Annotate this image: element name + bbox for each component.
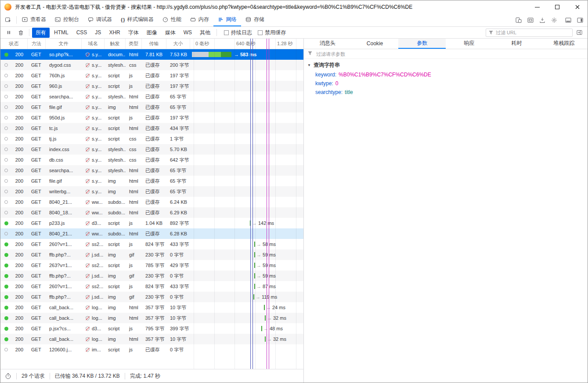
request-row[interactable]: 200GETp233.jsd3...scriptjs1.04 KB892 字节→… xyxy=(0,218,303,228)
column-header-status[interactable]: 状态 xyxy=(0,39,28,49)
dock-bottom-icon[interactable] xyxy=(562,14,574,26)
filter-other-button[interactable]: 其他 xyxy=(196,28,214,38)
clear-requests-button[interactable] xyxy=(15,28,26,37)
request-row[interactable]: 200GETp.jsx?cs...d3...scriptjs795 字节399 … xyxy=(0,323,303,334)
filter-css-button[interactable]: CSS xyxy=(73,28,91,38)
request-row[interactable]: 200GETindex.csss.y...stylesh...css已缓存5.7… xyxy=(0,144,303,155)
request-row[interactable]: 200GET260?v=1...ss2...scriptjs824 字节433 … xyxy=(0,239,303,249)
stopwatch-icon[interactable] xyxy=(5,373,11,379)
minimize-button[interactable] xyxy=(527,0,547,14)
filter-fonts-button[interactable]: 字体 xyxy=(125,28,142,38)
cell-file: call_back... xyxy=(46,302,82,313)
tool-tab-label: 存储 xyxy=(254,16,264,23)
tool-tab-performance[interactable]: 性能 xyxy=(158,14,186,26)
cell-type: js xyxy=(126,81,142,91)
pick-element-button[interactable] xyxy=(0,14,15,26)
request-row[interactable]: 200GET950d.jss.y...scriptjs已缓存197 字节 xyxy=(0,112,303,123)
request-row[interactable]: 200GETsearchpa...s.y...stylesh...html已缓存… xyxy=(0,91,303,102)
details-tab-params[interactable]: 参数 xyxy=(398,39,446,49)
filter-js-button[interactable]: JS xyxy=(91,28,105,38)
column-header-cause[interactable]: 触发 xyxy=(105,39,126,49)
details-tab-stack-trace[interactable]: 堆栈跟踪 xyxy=(540,39,588,49)
cell-domain: s.y... xyxy=(82,70,105,81)
request-row[interactable]: 200GETffb.php?...j.sd...imggif230 字节0 字节… xyxy=(0,292,303,302)
column-header-size[interactable]: 大小 xyxy=(166,39,190,49)
request-row[interactable]: 200GET120600.j...im...scriptjs已缓存0 字节 xyxy=(0,344,303,355)
request-row[interactable]: 200GET8040_21...ww...subdo...html已缓存6.24… xyxy=(0,197,303,207)
maximize-button[interactable] xyxy=(547,0,567,14)
details-tab-response[interactable]: 响应 xyxy=(446,39,493,49)
filter-ws-button[interactable]: WS xyxy=(180,28,195,38)
request-row[interactable]: 200GET960.jss.y...scriptjs已缓存197 字节 xyxy=(0,81,303,91)
param-row[interactable]: searchtype:title xyxy=(304,88,588,97)
query-string-section[interactable]: ▼ 查询字符串 xyxy=(304,59,588,70)
settings-gear-icon[interactable] xyxy=(548,14,560,26)
request-row[interactable]: 200GETcall_back...log...imghtml357 字节10 … xyxy=(0,334,303,344)
column-header-domain[interactable]: 域名 xyxy=(82,39,105,49)
details-tab-headers[interactable]: 消息头 xyxy=(304,39,351,49)
cell-method: GET xyxy=(28,344,46,355)
toggle-details-pane-icon[interactable] xyxy=(574,28,585,37)
firefox-icon xyxy=(4,4,11,11)
persist-logs-checkbox[interactable]: 持续日志 xyxy=(224,29,252,36)
request-row[interactable]: 200GETdb.csss.y...stylesh...css已缓存642 字节 xyxy=(0,155,303,165)
tool-tab-console[interactable]: 控制台 xyxy=(51,14,83,26)
request-row[interactable]: 200GETtc.jss.y...scripthtml已缓存434 字节 xyxy=(0,123,303,134)
tool-tab-inspector[interactable]: 查看器 xyxy=(18,14,51,26)
filter-xhr-button[interactable]: XHR xyxy=(105,28,123,38)
status-code: 200 xyxy=(15,326,23,331)
request-row[interactable]: 200GET8040_18...ww...subdo...html已缓存6.29… xyxy=(0,207,303,218)
request-row[interactable]: 200GETfile.gifs.y...imghtml已缓存65 字节 xyxy=(0,176,303,186)
request-row[interactable]: 200GETffb.php?...j.sd...imggif230 字节0 字节… xyxy=(0,249,303,260)
column-header-method[interactable]: 方法 xyxy=(28,39,46,49)
request-row[interactable]: 200GET8040_21...ww...subdo...html已缓存6.28… xyxy=(0,228,303,239)
cell-waterfall xyxy=(190,112,303,123)
request-row[interactable]: 200GETcall_back...log...imghtml357 字节10 … xyxy=(0,313,303,323)
filter-all-button[interactable]: 所有 xyxy=(32,28,50,38)
request-row[interactable]: 200GET260?v=1...ss2...scriptjs824 字节433 … xyxy=(0,281,303,292)
request-row[interactable]: 200GET760h.jss.y...scriptjs已缓存197 字节 xyxy=(0,70,303,81)
column-header-transferred[interactable]: 传输 xyxy=(142,39,166,49)
request-row[interactable]: 200GETcall_back...log...imghtml357 字节10 … xyxy=(0,302,303,313)
request-row[interactable]: 200GETdygod.csss.y...stylesh...css已缓存200… xyxy=(0,60,303,70)
download-tray-icon[interactable] xyxy=(536,14,548,26)
column-header-waterfall[interactable]: 0 毫秒640 毫秒1.28 秒 xyxy=(190,39,303,49)
dock-side-icon[interactable] xyxy=(574,14,586,26)
param-row[interactable]: keyword:%B0%C1%B9%C7%CF%CD%C6%DE xyxy=(304,70,588,79)
tool-tab-debugger[interactable]: 调试器 xyxy=(83,14,116,26)
frame-picker-icon[interactable] xyxy=(524,14,536,26)
request-row[interactable]: 200GETtj.jss.y...scriptcss已缓存1 字节 xyxy=(0,134,303,144)
disable-cache-checkbox[interactable]: 禁用缓存 xyxy=(258,29,286,36)
details-tab-cookies[interactable]: Cookie xyxy=(351,39,399,49)
request-row[interactable]: 200GETfile.gifs.y...imghtml已缓存65 字节 xyxy=(0,102,303,112)
statusbar-separator xyxy=(16,373,17,379)
close-button[interactable] xyxy=(567,0,588,14)
details-tab-timings[interactable]: 耗时 xyxy=(493,39,541,49)
param-row[interactable]: kwtype:0 xyxy=(304,79,588,88)
filter-images-button[interactable]: 图像 xyxy=(143,28,161,38)
tool-tab-storage[interactable]: 存储 xyxy=(241,14,269,26)
url-filter-input[interactable] xyxy=(486,29,573,37)
cell-type: gif xyxy=(126,271,142,281)
request-row[interactable]: 200GET263?v=1...ss2...scriptjs785 字节429 … xyxy=(0,260,303,271)
request-row[interactable]: 200GETffb.php?...j.sd...imggif230 字节0 字节… xyxy=(0,271,303,281)
params-filter-input[interactable] xyxy=(315,51,584,57)
request-row[interactable]: 200GETwriterbg...s.y...imghtml已缓存65 字节 xyxy=(0,186,303,197)
tool-tab-memory[interactable]: 内存 xyxy=(186,14,213,26)
filter-media-button[interactable]: 媒体 xyxy=(162,28,179,38)
tool-tabs: 查看器控制台调试器{ }样式编辑器性能内存网络存储 xyxy=(18,14,269,26)
column-header-file[interactable]: 文件 xyxy=(46,39,82,49)
request-row[interactable]: 200GETso.php?k...s.y...docum...html7.81 … xyxy=(0,49,303,60)
security-shield-icon xyxy=(85,231,90,236)
responsive-mode-icon[interactable] xyxy=(512,14,524,26)
tool-tab-styleeditor[interactable]: { }样式编辑器 xyxy=(116,14,158,26)
status-dot xyxy=(4,253,8,257)
cell-method: GET xyxy=(28,134,46,144)
filter-html-button[interactable]: HTML xyxy=(51,28,72,38)
waterfall-arrow-icon: → xyxy=(234,52,239,57)
column-header-type[interactable]: 类型 xyxy=(126,39,142,49)
tool-tab-network[interactable]: 网络 xyxy=(213,14,241,26)
request-row[interactable]: 200GETsearchpa...s.y...stylesh...html已缓存… xyxy=(0,165,303,176)
pause-recording-button[interactable] xyxy=(3,28,14,37)
cell-type: js xyxy=(126,323,142,334)
